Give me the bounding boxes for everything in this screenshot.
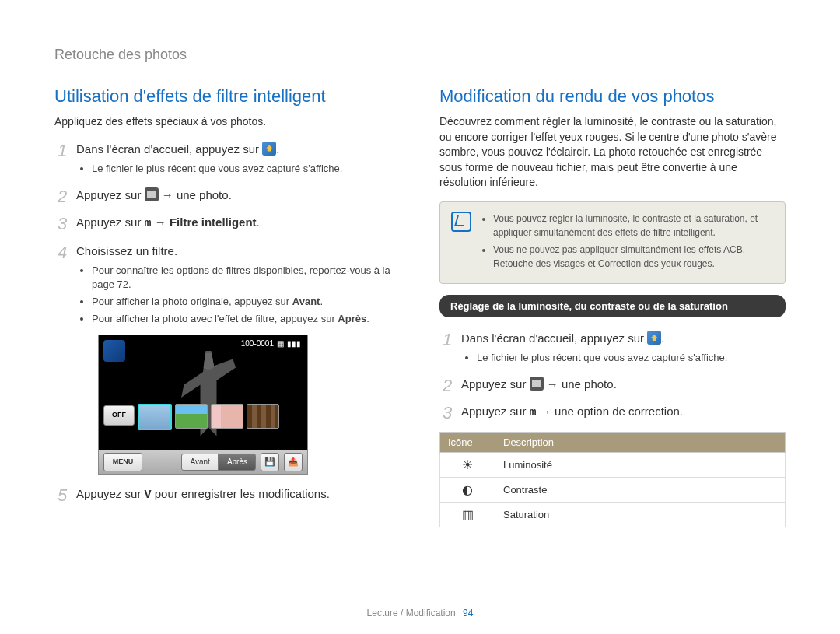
right-column: Modification du rendu de vos photos Déco… xyxy=(439,86,786,527)
off-button: OFF xyxy=(103,405,135,426)
home-icon xyxy=(647,331,661,345)
step-suffix: . xyxy=(257,215,260,229)
table-row: ▥ Saturation xyxy=(440,503,786,527)
ok-key: V xyxy=(145,489,152,502)
note-box: Vous pouvez régler la luminosité, le con… xyxy=(439,201,786,284)
th-desc: Description xyxy=(495,433,786,453)
status-bar: 100-0001 ▦ ▮▮▮ xyxy=(241,338,301,349)
left-column: Utilisation d'effets de filtre intellige… xyxy=(54,86,401,527)
step-text: Appuyez sur xyxy=(461,377,526,391)
left-intro: Appliquez des effets spéciaux à vos phot… xyxy=(54,114,401,130)
left-step-3: Appuyez sur m → Filtre intelligent. xyxy=(54,214,401,232)
save-icon: 💾 xyxy=(261,453,279,471)
table-row: ☀ Luminosité xyxy=(440,453,786,478)
step-suffix: → une option de correction. xyxy=(540,405,683,418)
correction-table: Icône Description ☀ Luminosité ◐ Contras… xyxy=(439,432,786,527)
thumb xyxy=(175,404,208,429)
saturation-icon: ▥ xyxy=(440,503,495,527)
note-item: Vous pouvez régler la luminosité, le con… xyxy=(493,212,774,240)
image-counter: 100-0001 xyxy=(241,338,274,349)
right-title: Modification du rendu de vos photos xyxy=(439,86,786,107)
menu-key: m xyxy=(145,217,152,230)
step-text: Appuyez sur xyxy=(461,405,526,418)
thumb xyxy=(211,404,243,429)
page-footer: Lecture / Modification 94 xyxy=(0,608,840,618)
filter-thumbnails xyxy=(138,404,279,430)
album-icon xyxy=(145,187,159,201)
step-suffix: pour enregistrer les modifications. xyxy=(155,487,330,500)
step-sub: Pour connaître les options de filtres di… xyxy=(92,264,401,292)
contrast-icon: ◐ xyxy=(440,478,495,503)
album-icon xyxy=(530,377,544,391)
cell-desc: Contraste xyxy=(495,478,786,503)
breadcrumb: Retouche des photos xyxy=(54,47,786,63)
step-text: Dans l'écran d'accueil, appuyez sur xyxy=(76,142,259,156)
step-suffix: . xyxy=(276,142,279,156)
step-text: Appuyez sur xyxy=(76,188,141,201)
page-number: 94 xyxy=(463,608,473,618)
table-row: ◐ Contraste xyxy=(440,478,786,503)
after-tab: Après xyxy=(219,454,256,471)
note-icon xyxy=(451,212,471,232)
camera-screenshot: 100-0001 ▦ ▮▮▮ OFF ME xyxy=(98,335,308,475)
before-after-toggle: Avant Après xyxy=(181,454,256,471)
menu-key: m xyxy=(530,406,537,419)
step-sub: Le fichier le plus récent que vous avez … xyxy=(477,351,786,365)
menu-button: MENU xyxy=(103,453,142,471)
battery-icon: ▮▮▮ xyxy=(287,338,301,349)
step-suffix: . xyxy=(661,331,664,345)
bold-label: Filtre intelligent xyxy=(170,215,257,229)
step-text: Appuyez sur xyxy=(76,487,141,500)
cell-desc: Saturation xyxy=(495,503,786,527)
mode-icon xyxy=(103,340,125,362)
right-intro: Découvrez comment régler la luminosité, … xyxy=(439,114,786,191)
th-icon: Icône xyxy=(440,433,495,453)
left-step-5: Appuyez sur V pour enregistrer les modif… xyxy=(54,485,401,503)
thumb xyxy=(247,404,279,429)
step-text: Choisissez un filtre. xyxy=(76,244,177,257)
home-icon xyxy=(262,142,276,156)
footer-section: Lecture / Modification xyxy=(367,608,456,618)
left-title: Utilisation d'effets de filtre intellige… xyxy=(54,86,401,107)
right-step-3: Appuyez sur m → une option de correction… xyxy=(439,403,786,421)
subsection-pill: Réglage de la luminosité, du contraste o… xyxy=(439,295,786,317)
bottom-toolbar: MENU Avant Après 💾 📤 xyxy=(99,450,307,474)
before-tab: Avant xyxy=(181,454,218,471)
step-suffix: → une photo. xyxy=(547,377,617,391)
step-sub: Pour afficher la photo originale, appuye… xyxy=(92,295,401,309)
arrow: → xyxy=(155,215,166,229)
right-step-1: Dans l'écran d'accueil, appuyez sur . Le… xyxy=(439,330,786,365)
step-text: Dans l'écran d'accueil, appuyez sur xyxy=(461,331,644,345)
step-text: Appuyez sur xyxy=(76,215,141,229)
brightness-icon: ☀ xyxy=(440,453,495,478)
thumb-selected xyxy=(138,404,172,430)
cell-desc: Luminosité xyxy=(495,453,786,478)
right-step-2: Appuyez sur → une photo. xyxy=(439,376,786,392)
left-step-2: Appuyez sur → une photo. xyxy=(54,187,401,203)
step-sub: Pour afficher la photo avec l'effet de f… xyxy=(92,312,401,326)
step-sub: Le fichier le plus récent que vous avez … xyxy=(92,162,401,176)
note-item: Vous ne pouvez pas appliquer simultanéme… xyxy=(493,243,774,271)
step-suffix: → une photo. xyxy=(162,188,232,201)
share-icon: 📤 xyxy=(284,453,303,471)
left-step-4: Choisissez un filtre. Pour connaître les… xyxy=(54,243,401,475)
left-step-1: Dans l'écran d'accueil, appuyez sur . Le… xyxy=(54,141,401,176)
memory-icon: ▦ xyxy=(277,338,284,349)
